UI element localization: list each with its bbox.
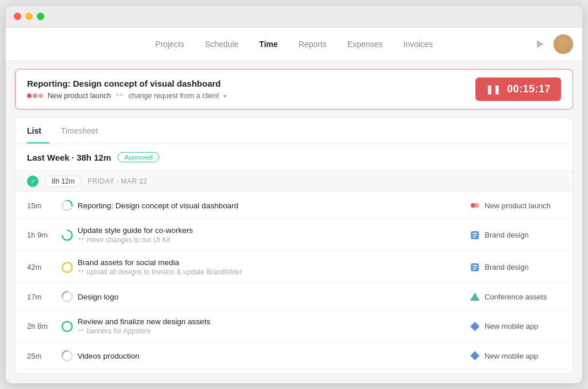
entry-title: Videos production xyxy=(78,352,469,360)
timer-banner: Reporting: Design concept of visual dash… xyxy=(15,69,573,110)
svg-marker-20 xyxy=(470,351,479,360)
entry-status-icon xyxy=(57,261,78,274)
table-row[interactable]: 1h 9m Update style guide for co-workers … xyxy=(16,219,572,251)
entry-duration: 15m xyxy=(27,201,57,210)
quote-icon: ❝❝ xyxy=(78,269,84,276)
svg-rect-8 xyxy=(473,237,475,238)
entry-text: Reporting: Design concept of visual dash… xyxy=(78,201,469,210)
entry-duration: 17m xyxy=(27,293,57,301)
entry-text: Videos production xyxy=(78,352,469,360)
project-name: New product launch xyxy=(485,201,551,210)
table-row[interactable]: 17m Design logo xyxy=(16,283,572,310)
nav-invoices[interactable]: Invoices xyxy=(403,37,432,51)
timer-info: Reporting: Design concept of visual dash… xyxy=(27,79,226,100)
nav-reports[interactable]: Reports xyxy=(299,37,327,51)
app-window: Projects Schedule Time Reports Expenses … xyxy=(6,6,582,383)
entry-text: Review and finalize new design assets ❝❝… xyxy=(78,317,469,335)
day-row: ✓ 8h 12m FRIDAY · MAR 22 xyxy=(16,171,572,192)
entry-duration: 25m xyxy=(27,352,57,360)
main-content: List Timesheet Last Week · 38h 12m Appro… xyxy=(15,118,573,374)
svg-point-3 xyxy=(474,203,479,208)
week-title: Last Week · 38h 12m xyxy=(27,153,111,162)
avatar[interactable] xyxy=(554,34,573,54)
entry-subtitle: ❝❝ minor changes to our UI Kit xyxy=(78,236,469,244)
project-icon xyxy=(469,321,481,332)
project-icon xyxy=(469,229,481,241)
check-icon: ✓ xyxy=(27,176,38,187)
project-name: Brand design xyxy=(485,263,529,271)
project-name: Brand design xyxy=(485,231,529,239)
timer-task-title: Reporting: Design concept of visual dash… xyxy=(27,79,226,88)
entry-text: Design logo xyxy=(78,293,469,301)
entry-project: Conference assets xyxy=(469,291,561,302)
play-button[interactable] xyxy=(532,36,548,52)
entry-project: New mobile app xyxy=(469,321,561,332)
timer-task-name: change request from a client xyxy=(128,92,219,100)
close-light[interactable] xyxy=(14,13,21,20)
project-icon xyxy=(469,200,481,211)
day-duration: 8h 12m xyxy=(45,176,81,187)
nav-right xyxy=(532,34,573,54)
project-name: New mobile app xyxy=(485,352,538,360)
tab-timesheet[interactable]: Timesheet xyxy=(61,118,106,143)
project-dot xyxy=(27,94,43,98)
table-row[interactable]: 42m Brand assets for social media ❝❝ upl… xyxy=(16,251,572,283)
entry-duration: 2h 8m xyxy=(27,322,57,330)
nav-projects[interactable]: Projects xyxy=(155,37,184,51)
quote-icon: ❝❝ xyxy=(115,92,123,100)
timer-time: 00:15:17 xyxy=(507,83,551,95)
entry-status-icon xyxy=(57,199,78,212)
svg-point-17 xyxy=(63,321,72,331)
timer-project-name: New product launch xyxy=(48,92,111,100)
svg-marker-18 xyxy=(470,322,479,331)
entry-title: Reporting: Design concept of visual dash… xyxy=(78,201,469,210)
table-row[interactable]: 25m Videos production Ne xyxy=(16,343,572,369)
entry-project: New product launch xyxy=(469,200,561,211)
traffic-lights xyxy=(14,13,44,20)
svg-rect-12 xyxy=(473,267,477,269)
project-name: Conference assets xyxy=(485,293,547,301)
svg-rect-7 xyxy=(473,235,477,236)
svg-rect-11 xyxy=(473,265,477,266)
chevron-down-icon[interactable]: ▾ xyxy=(223,93,226,99)
entry-status-icon xyxy=(57,349,78,362)
week-header: Last Week · 38h 12m Approved xyxy=(16,144,572,171)
entry-title: Brand assets for social media xyxy=(78,258,469,267)
entry-title: Design logo xyxy=(78,293,469,301)
entry-subtitle: ❝❝ banners for Appstore xyxy=(78,327,469,335)
project-icon xyxy=(469,350,481,361)
quote-icon: ❝❝ xyxy=(78,328,84,335)
tabs: List Timesheet xyxy=(16,118,572,144)
project-name: New mobile app xyxy=(485,322,538,330)
entry-status-icon xyxy=(57,229,78,242)
timer-meta: New product launch ❝❝ change request fro… xyxy=(27,92,226,100)
pause-button[interactable]: ❚❚ 00:15:17 xyxy=(475,77,561,101)
quote-icon: ❝❝ xyxy=(78,236,84,244)
entry-project: New mobile app xyxy=(469,350,561,361)
svg-rect-13 xyxy=(473,269,475,270)
table-row[interactable]: 15m Reporting: Design concept of visual … xyxy=(16,192,572,219)
entry-text: Brand assets for social media ❝❝ upload … xyxy=(78,258,469,276)
approved-badge: Approved xyxy=(118,152,158,162)
entry-status-icon xyxy=(57,290,78,303)
entry-title: Review and finalize new design assets xyxy=(78,317,469,326)
minimize-light[interactable] xyxy=(25,13,33,20)
entry-project: Brand design xyxy=(469,229,561,241)
tab-list[interactable]: List xyxy=(27,118,49,143)
nav-time[interactable]: Time xyxy=(259,37,277,51)
nav-schedule[interactable]: Schedule xyxy=(205,37,238,51)
project-icon xyxy=(469,291,481,302)
svg-rect-6 xyxy=(473,233,477,234)
svg-point-9 xyxy=(63,262,72,272)
table-row[interactable]: 2h 8m Review and finalize new design ass… xyxy=(16,310,572,343)
svg-marker-0 xyxy=(537,40,544,48)
nav: Projects Schedule Time Reports Expenses … xyxy=(6,28,582,61)
entry-title: Update style guide for co-workers xyxy=(78,226,469,235)
maximize-light[interactable] xyxy=(37,13,44,20)
entries-list: 15m Reporting: Design concept of visual … xyxy=(16,192,572,374)
day-label: FRIDAY · MAR 22 xyxy=(88,177,148,185)
project-icon xyxy=(469,262,481,273)
entry-duration: 42m xyxy=(27,263,57,271)
nav-expenses[interactable]: Expenses xyxy=(347,37,382,51)
entry-duration: 1h 9m xyxy=(27,231,57,239)
